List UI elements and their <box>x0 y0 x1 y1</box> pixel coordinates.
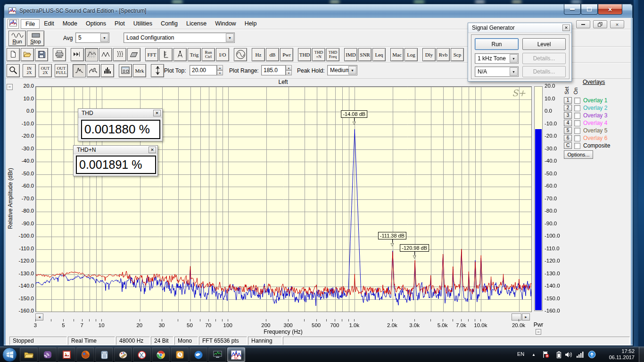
taskbar-picture-manager[interactable] <box>58 347 75 362</box>
calibration-button[interactable] <box>173 48 187 61</box>
overlay-set-button-5[interactable]: 5 <box>564 127 572 134</box>
spectrum-display-button[interactable] <box>85 48 98 61</box>
taskbar-firefox[interactable] <box>76 347 94 362</box>
show-desktop-button[interactable] <box>639 347 644 362</box>
narrowband-view-button[interactable] <box>73 64 86 77</box>
bar-view-button[interactable] <box>101 64 114 77</box>
overlay-on-checkbox-C[interactable] <box>574 143 580 149</box>
spin-down-icon[interactable]: ▼ <box>286 70 292 75</box>
spin-up-icon[interactable]: ▲ <box>286 65 292 70</box>
zoom-out-2x-button[interactable]: OUT2X <box>39 64 52 77</box>
trigger-button[interactable]: Trig <box>188 48 201 61</box>
hidden-icons-chevron-icon[interactable]: ▲ <box>532 353 536 362</box>
menu-item-plot[interactable]: Plot <box>110 19 129 29</box>
mdi-close-button[interactable]: × <box>610 20 624 28</box>
chevron-down-icon[interactable]: ▼ <box>226 33 234 42</box>
scp-button[interactable]: Scp <box>451 48 464 61</box>
menu-item-help[interactable]: Help <box>240 19 261 29</box>
menu-item-mode[interactable]: Mode <box>58 19 82 29</box>
overlay-set-button-6[interactable]: 6 <box>564 135 572 141</box>
overlays-options-button[interactable]: Options... <box>564 150 593 159</box>
taskbar-paint[interactable] <box>114 347 132 362</box>
taskbar-viber[interactable] <box>39 347 57 362</box>
taskbar-spectraplus-sc[interactable]: SC <box>227 347 245 362</box>
generator-level-button[interactable]: Level <box>522 38 566 50</box>
signal-generator-title[interactable]: Signal Generator <box>468 23 571 33</box>
snr-button[interactable]: SNR <box>358 48 372 61</box>
spin-up-icon[interactable]: ▲ <box>217 65 223 70</box>
thd-n-close-icon[interactable]: ✕ <box>149 147 156 153</box>
signal-generator-button[interactable] <box>234 48 247 61</box>
scaling-button[interactable] <box>159 48 173 61</box>
generator-details-b-button[interactable]: Details... <box>522 66 566 77</box>
db-button[interactable]: dB <box>266 48 279 61</box>
amplitude-range-button[interactable] <box>151 64 164 77</box>
save-button[interactable] <box>35 48 48 61</box>
spin-down-icon[interactable]: ▼ <box>217 70 223 75</box>
dly-button[interactable]: Dly <box>422 48 436 61</box>
plot-range-spinner[interactable]: ▲▼ <box>286 65 292 75</box>
log-button[interactable]: Log <box>405 48 418 61</box>
fast-forward-button[interactable] <box>71 48 84 61</box>
thd-freq-button[interactable]: THDFreq <box>326 48 339 61</box>
taskbar-messenger[interactable] <box>190 347 207 362</box>
collapse-power-bar-button[interactable]: − <box>536 329 541 335</box>
fft-settings-button[interactable]: FFT <box>145 48 158 61</box>
taskbar-outlook[interactable] <box>171 347 189 362</box>
zoom-out-full-button[interactable]: OUTFULL <box>55 64 68 77</box>
surface-display-button[interactable] <box>127 48 140 61</box>
taskbar-snipping-tool[interactable] <box>133 347 151 362</box>
waterfall-display-button[interactable] <box>113 48 126 61</box>
overlay-set-button-2[interactable]: 2 <box>564 105 572 111</box>
plot-top-input[interactable] <box>190 65 217 75</box>
overlay-on-checkbox-6[interactable] <box>574 135 580 141</box>
new-document-button[interactable] <box>7 48 20 61</box>
pwr-button[interactable]: Pwr <box>280 48 293 61</box>
menu-item-file[interactable]: File <box>21 19 40 29</box>
network-signal-icon[interactable] <box>576 351 584 362</box>
maximize-button[interactable] <box>581 4 598 15</box>
overlay-set-button-1[interactable]: 1 <box>564 97 572 104</box>
plot-range-input[interactable] <box>261 65 286 75</box>
avg-select[interactable]: 5 ▼ <box>75 33 109 43</box>
overlay-on-checkbox-5[interactable] <box>574 128 580 134</box>
overlay-set-button-4[interactable]: 4 <box>564 120 572 126</box>
document-icon[interactable] <box>8 19 19 29</box>
octave-view-button[interactable] <box>87 64 100 77</box>
menu-item-utilities[interactable]: Utilities <box>129 19 157 29</box>
thd-n-button[interactable]: THD+N <box>312 48 325 61</box>
menu-item-license[interactable]: License <box>182 19 211 29</box>
taskbar-calculator[interactable] <box>95 347 113 362</box>
zoom-button[interactable] <box>7 64 20 77</box>
battery-icon[interactable] <box>556 351 561 362</box>
thd-n-window[interactable]: THD+N ✕ 0.001891 % <box>73 145 158 176</box>
generator-source-b-select[interactable]: N/A ▼ <box>475 66 519 77</box>
chevron-down-icon[interactable]: ▼ <box>510 67 518 76</box>
thd-n-window-title[interactable]: THD+N <box>74 146 157 154</box>
signal-generator-close-icon[interactable]: ✕ <box>562 25 570 31</box>
hz-button[interactable]: Hz <box>252 48 265 61</box>
load-configuration-select[interactable]: Load Configuration ▼ <box>124 33 235 43</box>
generator-run-button[interactable]: Run <box>475 38 519 50</box>
volume-icon[interactable] <box>565 351 573 362</box>
leq-button[interactable]: Leq <box>372 48 386 61</box>
thd-button[interactable]: THD <box>298 48 311 61</box>
taskbar-chrome[interactable] <box>152 347 170 362</box>
chevron-down-icon[interactable]: ▼ <box>100 33 108 42</box>
action-center-flag-icon[interactable] <box>542 351 549 362</box>
plot-top-spinner[interactable]: ▲▼ <box>217 65 223 75</box>
taskbar-resource-monitor[interactable] <box>208 347 226 362</box>
mac-button[interactable]: Mac <box>390 48 404 61</box>
run-button[interactable]: Run <box>8 31 26 46</box>
overlay-on-checkbox-1[interactable] <box>574 98 580 104</box>
menu-item-window[interactable]: Window <box>211 19 240 29</box>
stop-button[interactable]: Stop <box>27 31 44 46</box>
close-button[interactable]: × <box>598 4 622 15</box>
zoom-in-2x-button[interactable]: IN2X <box>23 64 36 77</box>
signal-generator-dialog[interactable]: Signal Generator ✕ Run Level 1 kHz Tone … <box>468 23 572 82</box>
menu-item-config[interactable]: Config <box>157 19 182 29</box>
run-control-button[interactable]: RunCtrl <box>202 48 215 61</box>
menu-item-edit[interactable]: Edit <box>40 19 58 29</box>
title-bar[interactable]: SpectraPLUS-SC Sound Card Edition - [Spe… <box>4 4 633 18</box>
overlay-on-checkbox-2[interactable] <box>574 105 580 111</box>
